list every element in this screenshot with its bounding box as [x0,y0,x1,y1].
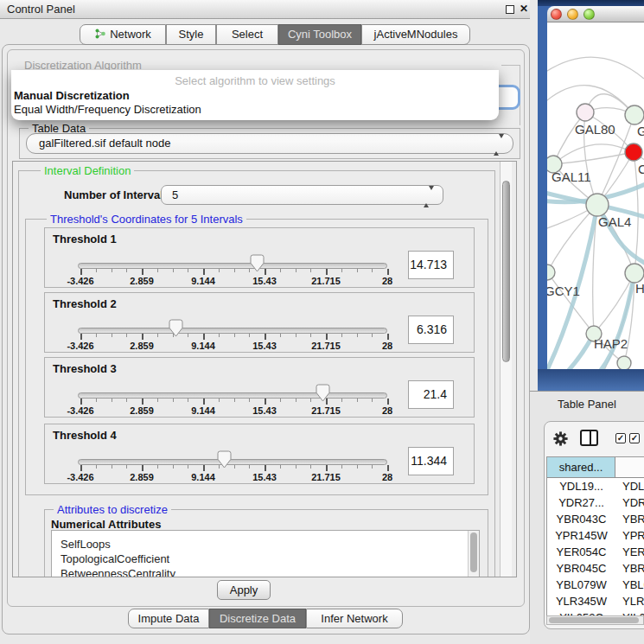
slider-tick-minor [296,269,296,272]
attribute-list-item[interactable]: BetweennessCentrality [52,566,479,577]
algorithm-dropdown-popup: Select algorithm to view settingsManual … [11,70,499,120]
network-node[interactable] [586,194,609,216]
apply-button[interactable]: Apply [217,580,271,600]
tab-discretize-data[interactable]: Discretize Data [209,609,306,628]
threshold-slider-track[interactable] [78,328,387,334]
table-data-combo-value: galFiltered.sif default node [39,134,170,153]
slider-scale-label: 28 [363,405,411,416]
slider-scale-label: 15.43 [240,472,289,482]
threshold-value-input[interactable]: 21.4 [408,380,454,409]
slider-tick-major [142,334,143,340]
network-node[interactable] [547,265,555,280]
table-hscrollbar[interactable] [546,615,644,625]
gear-icon[interactable] [552,430,569,447]
tab-impute-data[interactable]: Impute Data [128,609,209,628]
attributes-group-title: Attributes to discretize [54,503,171,516]
cell-name: YER0 [615,544,644,560]
close-icon[interactable]: ✕ [520,3,528,15]
column-header-name[interactable]: na [615,457,644,478]
float-window-icon[interactable] [506,5,514,14]
settings-scrollbar[interactable] [500,162,512,577]
threshold-value-input[interactable]: 14.713 [408,251,454,279]
tab-network[interactable]: Network [80,24,166,45]
network-node[interactable] [625,264,644,283]
minimize-traffic-light-icon[interactable] [567,9,578,20]
network-node[interactable] [625,143,642,161]
threshold-slider-thumb[interactable] [217,450,232,472]
cell-name: YLR3 [615,593,644,609]
zoom-traffic-light-icon[interactable] [583,9,595,20]
threshold-slider-thumb[interactable] [169,319,183,341]
interval-group-title: Interval Definition [41,164,134,177]
tab-style[interactable]: Style [166,24,216,45]
cell-name: YBR0 [615,560,644,577]
slider-scale-label: -3.426 [56,472,105,482]
slider-tick-minor [357,334,358,337]
slider-scale-label: 21.715 [302,405,350,416]
list-scrollbar-thumb[interactable] [470,532,477,572]
attribute-list-item[interactable]: TopologicalCoefficient [52,552,479,566]
slider-scale-label: -3.426 [56,405,105,416]
slider-scale-label: 2.859 [118,276,166,286]
slider-tick-minor [280,465,281,469]
table-row[interactable]: YDR27...YDR2 [547,494,644,511]
slider-tick-minor [310,465,311,469]
checkbox-icon[interactable]: ✓ [615,433,626,443]
table-row[interactable]: YBL079WYBL0 [547,577,644,593]
network-node-label: GCY1 [547,284,580,298]
network-node[interactable] [617,356,631,369]
threshold-slider-track[interactable] [78,263,387,269]
threshold-value-input[interactable]: 6.316 [408,316,454,344]
slider-tick-minor [280,269,281,272]
slider-tick-minor [296,399,296,402]
network-window-titlebar[interactable] [547,6,644,22]
table-row[interactable]: YER054CYER0 [547,544,644,560]
slider-tick-major [142,399,143,405]
table-row[interactable]: YDL19...YDL1 [547,478,644,494]
threshold-value-input[interactable]: 11.344 [408,447,454,475]
tab-select[interactable]: Select [216,24,278,45]
table-row[interactable]: YLR345WYLR3 [547,593,644,609]
slider-tick-major [387,399,389,405]
threshold-slider-thumb[interactable] [316,384,330,405]
table-row[interactable]: YPR145WYPR1 [547,527,644,544]
slider-tick-major [203,399,205,405]
table-hscrollbar-thumb[interactable] [549,617,639,623]
tab-jactivemnodules[interactable]: jActiveMNodules [361,24,470,45]
slider-scale-label: 9.144 [179,472,227,482]
threshold-slider-track[interactable] [78,459,387,465]
table-data-combo[interactable]: galFiltered.sif default node [26,133,513,154]
columns-icon[interactable] [580,430,598,446]
table-row[interactable]: YBR045CYBR0 [547,560,644,577]
table-row[interactable]: YBR043CYBR0 [547,511,644,527]
algorithm-settings-panel: Interval Definition Number of Intervals … [12,161,517,577]
slider-tick-minor [310,334,311,337]
slider-scale-label: 21.715 [302,276,350,286]
slider-tick-minor [372,399,373,402]
threshold-slider-track[interactable] [78,392,387,399]
network-icon [94,28,106,40]
slider-tick-major [387,334,389,340]
network-node[interactable] [577,104,594,121]
numerical-attributes-list[interactable]: SelfLoopsTopologicalCoefficientBetweenne… [51,530,480,577]
slider-tick-minor [126,465,127,469]
close-traffic-light-icon[interactable] [551,9,562,20]
settings-scrollbar-thumb[interactable] [502,181,510,362]
threshold-slider-thumb[interactable] [250,254,265,276]
threshold-label: Threshold 1 [53,233,117,245]
network-node[interactable] [625,105,644,124]
dropdown-option-manual-discretization[interactable]: Manual Discretization [14,89,496,102]
checkbox-icon[interactable]: ✓ [629,433,640,443]
tab-cyni-toolbox[interactable]: Cyni Toolbox [278,24,361,45]
network-window-frame-bottom [538,369,644,391]
num-intervals-spinner[interactable]: 5 [161,185,443,205]
tab-infer-network[interactable]: Infer Network [306,609,403,628]
attribute-list-item[interactable]: SelfLoops [52,537,479,552]
list-scrollbar[interactable] [468,531,479,577]
column-header-shared-name[interactable]: shared... [547,457,615,478]
slider-tick-minor [188,399,188,402]
dropdown-option-equal-width-frequency-discretization[interactable]: Equal Width/Frequency Discretization [14,103,496,116]
threshold-label: Threshold 2 [53,297,117,310]
network-canvas[interactable]: GAL80GACGAL11GAL4GCY1HHAP2 [547,22,644,369]
slider-tick-minor [157,269,158,272]
